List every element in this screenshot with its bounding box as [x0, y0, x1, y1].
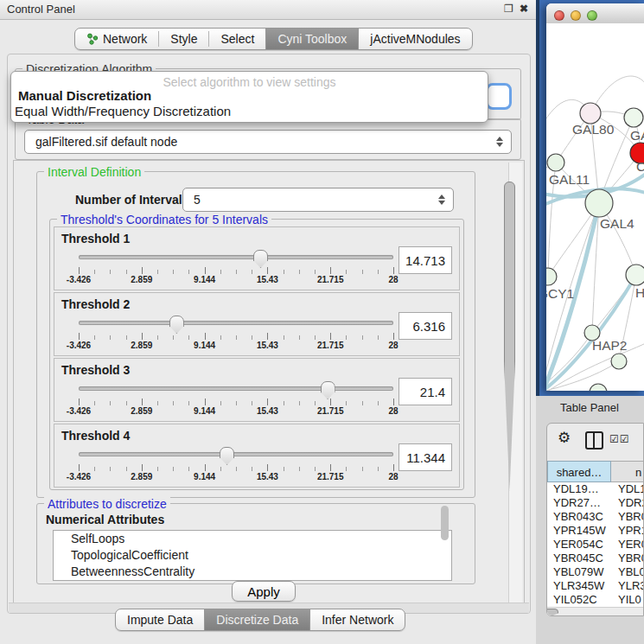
combo-spinner-icon[interactable] — [492, 137, 507, 147]
zoom-traffic-light[interactable] — [587, 10, 597, 21]
table-row[interactable]: YDR27… YDR2 — [547, 496, 643, 510]
float-icon[interactable]: ❐ — [504, 3, 513, 15]
table-row[interactable]: YBR043C YBR0 — [547, 510, 643, 524]
attribute-item[interactable]: TopologicalCoefficient — [54, 547, 451, 564]
threshold-value-box[interactable]: 14.713 — [399, 246, 452, 274]
attribute-item[interactable]: BetweennessCentrality — [54, 564, 451, 580]
numerical-attributes-list[interactable]: SelfLoops TopologicalCoefficient Between… — [53, 530, 452, 581]
node-bottom — [611, 354, 627, 369]
tab-network[interactable]: Network — [75, 29, 158, 49]
settings-vertical-scrollbar[interactable] — [508, 163, 522, 603]
columns-icon[interactable] — [585, 431, 603, 450]
tab-infer-network[interactable]: Infer Network — [310, 609, 405, 630]
attribute-item[interactable]: SelfLoops — [54, 531, 451, 547]
threshold-value-box[interactable]: 11.344 — [399, 443, 452, 471]
apply-button[interactable]: Apply — [232, 581, 296, 602]
threshold-row: Threshold 2 -3.426 2.859 9.144 — [54, 292, 460, 356]
cell-shared-name: YER054C — [553, 538, 603, 552]
close-traffic-light[interactable] — [554, 10, 564, 21]
network-canvas[interactable]: GAL80 GA C GAL11 GAL4 GCY1 H HAP2 — [546, 23, 644, 391]
num-intervals-combobox[interactable]: 5 — [182, 188, 454, 212]
node-gal4 — [585, 189, 613, 217]
cell-name: YBL0 — [618, 565, 643, 579]
label-c-clipped: C — [636, 159, 644, 174]
interval-definition-group: Interval Definition Number of Intervals … — [36, 171, 475, 498]
table-row[interactable]: YBR045C YBR0 — [547, 552, 643, 565]
cell-shared-name: YPR145W — [553, 524, 606, 538]
numerical-attributes-label: Numerical Attributes — [46, 513, 164, 526]
num-intervals-value: 5 — [183, 193, 434, 207]
threshold-rows: Threshold 1 -3.426 2.859 9.144 — [54, 226, 460, 489]
threshold-value-box[interactable]: 6.316 — [399, 312, 452, 340]
slider-track[interactable] — [79, 321, 393, 325]
tab-cyni-label: Cyni Toolbox — [277, 32, 347, 46]
slider-thumb[interactable] — [253, 250, 268, 268]
slider-thumb[interactable] — [169, 316, 184, 334]
combo-spinner-icon[interactable] — [434, 194, 450, 205]
threshold-value-box[interactable]: 21.4 — [399, 378, 452, 405]
slider-track[interactable] — [79, 386, 393, 391]
tab-cyni-toolbox[interactable]: Cyni Toolbox — [266, 29, 358, 49]
table-row[interactable]: YLR345W YLR3 — [547, 579, 643, 593]
tick-label: 9.144 — [194, 275, 215, 284]
option-manual-discretization[interactable]: Manual Discretization — [18, 88, 151, 103]
minimize-traffic-light[interactable] — [571, 10, 581, 21]
algorithm-dropdown-popup: Select algorithm to view settings Manual… — [10, 71, 488, 123]
scrollbar-thumb[interactable] — [546, 609, 558, 616]
slider-track[interactable] — [79, 255, 393, 259]
algorithm-hint: Select algorithm to view settings — [11, 75, 488, 89]
network-window-titlebar[interactable] — [546, 3, 644, 24]
cell-shared-name: YBR045C — [553, 552, 603, 565]
table-row[interactable]: YER054C YER0 — [547, 538, 643, 552]
tab-select[interactable]: Select — [209, 29, 265, 49]
cell-shared-name: YDL19… — [553, 482, 599, 496]
table-row[interactable]: YIL052C YIL0 — [547, 593, 643, 607]
slider-scale: -3.426 2.859 9.144 15.43 21.715 28 — [79, 472, 393, 482]
settings-scrollpane: Interval Definition Number of Intervals … — [13, 160, 525, 605]
tick-label: 9.144 — [194, 472, 215, 481]
gear-icon[interactable]: ⚙ — [558, 429, 571, 447]
slider-track[interactable] — [79, 452, 393, 456]
column-header-shared-name[interactable]: shared… — [547, 461, 611, 482]
table-data-combobox[interactable]: galFiltered.sif default node — [24, 130, 512, 154]
threshold-slider[interactable]: -3.426 2.859 9.144 15.43 21.715 28 — [79, 381, 393, 416]
attributes-group: Attributes to discretize Numerical Attri… — [36, 503, 475, 584]
tick-label: 21.715 — [317, 341, 344, 350]
column-header-name[interactable]: n — [611, 461, 644, 482]
cell-shared-name: YDR27… — [553, 496, 601, 510]
table-horizontal-scrollbar[interactable] — [547, 607, 643, 616]
tab-impute-label: Impute Data — [127, 613, 193, 627]
threshold-slider[interactable]: -3.426 2.859 9.144 15.43 21.715 28 — [79, 447, 393, 481]
tick-label: 2.859 — [131, 275, 152, 284]
cell-name: YBR0 — [618, 510, 643, 524]
checkboxes-icon[interactable]: ☑☑ — [609, 433, 630, 445]
threshold-slider[interactable]: -3.426 2.859 9.144 15.43 21.715 28 — [79, 316, 393, 350]
threshold-label: Threshold 1 — [61, 232, 130, 245]
attributes-scrollbar[interactable] — [441, 506, 449, 540]
cyni-toolbox-content: Discretization Algorithm Table Data galF… — [7, 54, 531, 614]
close-icon[interactable]: ✖ — [520, 3, 528, 15]
panel-title: Control Panel — [7, 3, 75, 16]
threshold-label: Threshold 4 — [61, 429, 130, 443]
label-ga-clipped: GA — [630, 128, 644, 143]
threshold-slider[interactable]: -3.426 2.859 9.144 15.43 21.715 28 — [79, 250, 393, 284]
tab-network-label: Network — [103, 32, 147, 46]
tab-impute-data[interactable]: Impute Data — [116, 609, 204, 630]
tab-discretize-data[interactable]: Discretize Data — [205, 609, 309, 630]
label-gcy1: GCY1 — [546, 286, 574, 301]
scrollbar-thumb[interactable] — [504, 182, 515, 491]
table-row[interactable]: YBL079W YBL0 — [547, 565, 643, 579]
tick-label: 28 — [388, 472, 398, 481]
table-row[interactable]: YPR145W YPR1 — [547, 524, 643, 538]
slider-thumb[interactable] — [321, 381, 335, 399]
algorithm-combobox-focus-ring[interactable] — [486, 83, 512, 110]
slider-thumb[interactable] — [220, 447, 234, 465]
table-row[interactable]: YDL19… YDL1 — [547, 482, 643, 496]
network-graph: GAL80 GA C GAL11 GAL4 GCY1 H HAP2 — [546, 23, 644, 391]
table-data-group: Table Data galFiltered.sif default node — [15, 118, 521, 160]
node-gcy1 — [546, 268, 557, 285]
tab-style[interactable]: Style — [159, 29, 208, 49]
tab-jactivemnodules[interactable]: jActiveMNodules — [359, 29, 471, 49]
label-gal80: GAL80 — [572, 122, 615, 137]
option-equal-width-frequency[interactable]: Equal Width/Frequency Discretization — [15, 104, 231, 118]
